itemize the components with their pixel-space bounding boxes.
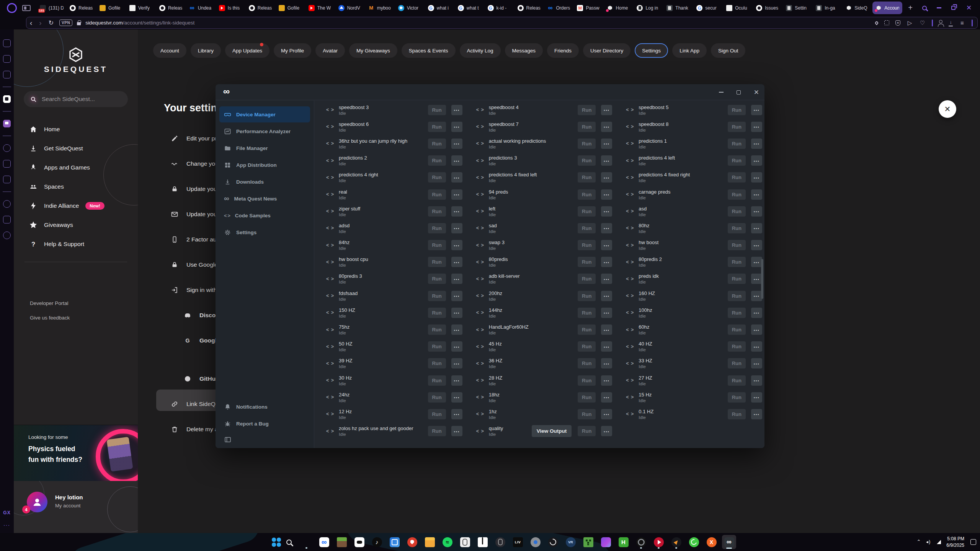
more-options-button[interactable] bbox=[751, 257, 762, 267]
modal-close-button[interactable]: ✕ bbox=[939, 100, 956, 118]
run-button[interactable]: Run bbox=[428, 341, 446, 352]
taskbar-icon-hue[interactable]: H bbox=[616, 535, 630, 549]
maximize-button[interactable] bbox=[737, 90, 741, 95]
run-button[interactable]: Run bbox=[428, 189, 446, 200]
tray-chevron-icon[interactable]: ⌃ bbox=[916, 539, 921, 544]
settings-item-use-google-a[interactable]: Use Google a bbox=[171, 261, 223, 269]
snapshot-icon[interactable] bbox=[884, 20, 889, 25]
more-options-button[interactable] bbox=[751, 274, 762, 284]
tab-app-updates[interactable]: App Updates bbox=[225, 43, 270, 58]
run-button[interactable]: Run bbox=[728, 358, 746, 368]
more-options-button[interactable] bbox=[601, 324, 612, 335]
more-options-button[interactable] bbox=[751, 206, 762, 217]
more-options-button[interactable] bbox=[451, 172, 462, 183]
mqdh-nav-device-manager[interactable]: Device Manager bbox=[219, 106, 310, 122]
taskbar-icon-oculus[interactable] bbox=[352, 535, 366, 549]
reload-icon[interactable]: ↻ bbox=[45, 19, 57, 26]
sidebar-item-indie-alliance[interactable]: Indie AllianceNew! bbox=[14, 196, 138, 215]
run-button[interactable]: Run bbox=[578, 172, 596, 183]
browser-tab[interactable]: Settin bbox=[783, 2, 813, 14]
browser-tab[interactable]: Victor bbox=[395, 2, 425, 14]
more-options-button[interactable] bbox=[751, 172, 762, 183]
mqdh-nav-performance-analyzer[interactable]: Performance Analyzer bbox=[219, 123, 310, 139]
run-button[interactable]: Run bbox=[578, 257, 596, 267]
browser-tab[interactable]: what t bbox=[455, 2, 485, 14]
sidebar-item-get-sidequest[interactable]: Get SideQuest bbox=[14, 139, 138, 158]
run-button[interactable]: Run bbox=[578, 426, 596, 436]
opera-gx-logo-icon[interactable] bbox=[7, 3, 17, 13]
tab-user-directory[interactable]: User Directory bbox=[583, 43, 630, 58]
run-button[interactable]: Run bbox=[728, 240, 746, 250]
taskbar-icon-openvr[interactable] bbox=[475, 535, 490, 549]
more-options-button[interactable] bbox=[751, 308, 762, 318]
run-button[interactable]: Run bbox=[428, 358, 446, 368]
more-options-button[interactable] bbox=[451, 240, 462, 250]
tab-my-profile[interactable]: My Profile bbox=[274, 43, 311, 58]
taskbar-icon-search[interactable] bbox=[282, 535, 296, 549]
snapshot-icon[interactable] bbox=[3, 55, 11, 63]
browser-tab[interactable]: Gofile bbox=[96, 2, 126, 14]
taskbar-icon-creeper[interactable] bbox=[581, 535, 595, 549]
browser-tab[interactable]: secur bbox=[693, 2, 723, 14]
settings-icon[interactable] bbox=[3, 231, 11, 239]
run-button[interactable]: Run bbox=[578, 358, 596, 368]
run-button[interactable]: Run bbox=[428, 274, 446, 284]
more-options-button[interactable] bbox=[451, 155, 462, 166]
more-options-button[interactable] bbox=[751, 375, 762, 386]
sidebar-item-home[interactable]: Home bbox=[14, 120, 138, 139]
run-button[interactable]: Run bbox=[428, 375, 446, 386]
more-options-button[interactable] bbox=[451, 426, 462, 436]
forward-icon[interactable]: › bbox=[36, 19, 45, 27]
telegram-icon[interactable] bbox=[3, 160, 11, 168]
search-box[interactable] bbox=[24, 91, 128, 107]
more-options-button[interactable] bbox=[601, 426, 612, 436]
more-options-button[interactable] bbox=[751, 223, 762, 233]
run-button[interactable]: Run bbox=[578, 308, 596, 318]
new-tab-button[interactable]: + bbox=[905, 2, 916, 14]
more-options-button[interactable] bbox=[751, 105, 762, 115]
more-options-button[interactable] bbox=[601, 139, 612, 149]
run-button[interactable]: Run bbox=[578, 240, 596, 250]
run-button[interactable]: Run bbox=[428, 122, 446, 132]
bookmark-heart-icon[interactable]: ♡ bbox=[919, 20, 926, 26]
more-options-button[interactable] bbox=[451, 392, 462, 403]
more-options-button[interactable] bbox=[451, 291, 462, 301]
vpn-badge[interactable]: VPN bbox=[59, 20, 72, 26]
tab-messages[interactable]: Messages bbox=[505, 43, 543, 58]
pin-icon[interactable] bbox=[874, 21, 879, 25]
taskbar-icon-driver[interactable] bbox=[493, 535, 507, 549]
more-options-button[interactable] bbox=[751, 122, 762, 132]
run-button[interactable]: Run bbox=[728, 274, 746, 284]
account-bar[interactable]: 4 Hey lotion My account bbox=[14, 481, 138, 533]
more-options-button[interactable] bbox=[601, 341, 612, 352]
more-options-button[interactable] bbox=[601, 223, 612, 233]
run-button[interactable]: Run bbox=[728, 223, 746, 233]
more-options-button[interactable] bbox=[601, 274, 612, 284]
run-button[interactable]: Run bbox=[578, 105, 596, 115]
mqdh-nav-meta-quest-news[interactable]: Meta Quest News bbox=[219, 191, 310, 207]
more-options-button[interactable] bbox=[451, 358, 462, 368]
browser-tab[interactable]: what i bbox=[425, 2, 455, 14]
browser-tab[interactable]: Account | Si bbox=[872, 2, 902, 14]
browser-tab[interactable]: Releas bbox=[246, 2, 276, 14]
run-button[interactable]: Run bbox=[428, 392, 446, 403]
run-button[interactable]: Run bbox=[728, 122, 746, 132]
browser-tab[interactable]: Gofile bbox=[276, 2, 305, 14]
more-options-button[interactable] bbox=[451, 409, 462, 419]
taskbar-icon-spotify[interactable]: ≈ bbox=[440, 535, 454, 549]
minimize-button[interactable] bbox=[937, 7, 941, 8]
more-options-button[interactable] bbox=[451, 206, 462, 217]
tab-search-icon[interactable] bbox=[922, 6, 927, 10]
settings-item-google[interactable]: Google bbox=[184, 337, 220, 344]
more-options-button[interactable] bbox=[751, 291, 762, 301]
run-button[interactable]: Run bbox=[578, 155, 596, 166]
run-button[interactable]: Run bbox=[578, 341, 596, 352]
browser-tab[interactable]: Issues bbox=[753, 2, 783, 14]
settings-item-update-your[interactable]: Update your bbox=[171, 210, 219, 218]
run-button[interactable]: Run bbox=[578, 139, 596, 149]
mqdh-nav-app-distribution[interactable]: App Distribution bbox=[219, 157, 310, 173]
more-options-button[interactable] bbox=[601, 240, 612, 250]
tab-avatar[interactable]: Avatar bbox=[315, 43, 345, 58]
browser-tab[interactable]: Passw bbox=[574, 2, 604, 14]
mqdh-nav-file-manager[interactable]: File Manager bbox=[219, 140, 310, 156]
